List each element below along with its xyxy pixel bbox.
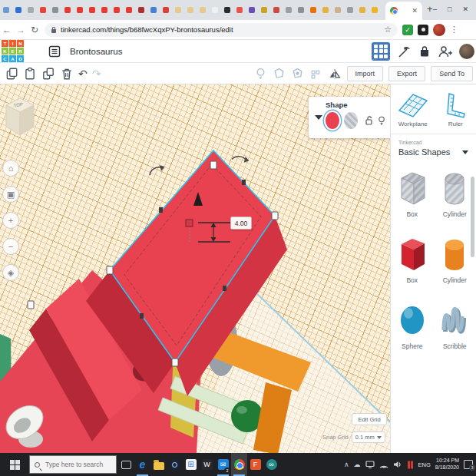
forward-button[interactable]: → [14, 25, 28, 35]
chrome-app-button[interactable] [231, 453, 247, 476]
bookmark-star-icon[interactable]: ☆ [384, 25, 392, 35]
dimension-value-field[interactable]: 4.00 [230, 217, 252, 230]
search-input[interactable] [44, 460, 113, 469]
user-avatar[interactable] [459, 44, 474, 59]
design-properties-icon[interactable] [48, 45, 61, 58]
zoom-out-button[interactable]: − [2, 238, 19, 255]
paste-icon[interactable] [23, 67, 37, 81]
ungroup-icon[interactable] [291, 67, 304, 80]
tab-favicon[interactable] [40, 7, 46, 13]
start-button[interactable] [0, 453, 29, 476]
align-icon[interactable] [309, 67, 322, 80]
minimize-button[interactable]: – [433, 6, 437, 13]
mail-app-button[interactable]: ✉ 2 [215, 453, 231, 476]
workplane-tool[interactable]: Workplane [396, 91, 430, 127]
tab-favicon[interactable] [101, 7, 107, 13]
speaker-icon[interactable] [393, 461, 402, 468]
design-title[interactable]: Brontosaurus [70, 47, 122, 56]
browser-profile-avatar[interactable] [433, 24, 445, 36]
show-all-bulb-icon[interactable] [254, 67, 267, 80]
display-icon[interactable] [365, 461, 375, 468]
close-button[interactable]: ✕ [462, 6, 468, 13]
tab-favicon[interactable] [163, 7, 169, 13]
tab-favicon[interactable] [212, 7, 218, 13]
back-button[interactable]: ← [0, 25, 14, 35]
shape-item-orange-cylinder[interactable]: Cylinder [434, 235, 476, 284]
tray-expand-icon[interactable]: ∧ [344, 461, 349, 468]
shape-item-hole-cylinder[interactable]: Cylinder [434, 169, 476, 218]
extension-dark-icon[interactable] [418, 25, 428, 35]
tab-favicon[interactable] [15, 7, 21, 13]
taskbar-search[interactable] [29, 455, 117, 474]
shape-item-scribble[interactable]: Scribble [434, 301, 476, 350]
tab-favicon[interactable] [286, 7, 292, 13]
rotate-handle-icon[interactable] [232, 154, 250, 164]
tab-favicon[interactable] [236, 7, 243, 13]
tab-favicon[interactable] [126, 7, 132, 13]
tab-favicon[interactable] [114, 7, 120, 13]
action-center-icon[interactable]: 3 [464, 460, 473, 469]
undo-icon[interactable]: ↶ [78, 68, 88, 79]
send-to-button[interactable]: Send To [431, 66, 473, 81]
tab-favicon[interactable] [52, 7, 58, 13]
category-dropdown[interactable]: Basic Shapes [398, 147, 468, 157]
refresh-button[interactable]: ↻ [28, 25, 41, 35]
tab-favicon[interactable] [298, 7, 304, 13]
rotate-handle-icon[interactable] [147, 164, 165, 175]
taskbar-clock[interactable]: 10:24 PM 8/18/2020 [435, 458, 459, 471]
tab-favicon[interactable] [200, 7, 206, 13]
collapse-caret-icon[interactable] [315, 115, 322, 120]
shape-item-red-box[interactable]: Box [391, 235, 434, 284]
home-view-button[interactable]: ⌂ [2, 160, 19, 177]
tab-favicon[interactable] [138, 7, 144, 13]
address-bar[interactable]: tinkercad.com/things/b68fwcXqxPY-brontos… [45, 23, 398, 37]
tab-favicon[interactable] [249, 7, 255, 13]
unlock-icon[interactable] [365, 116, 373, 125]
infinity-app-button[interactable]: ∞ [263, 453, 279, 476]
hide-bulb-icon[interactable] [378, 116, 385, 126]
tab-favicon[interactable] [150, 7, 157, 13]
scrollbar[interactable] [471, 177, 474, 257]
tinkercad-logo[interactable]: T I N K E R C A D [2, 40, 24, 62]
tab-favicon[interactable] [187, 7, 193, 13]
language-indicator[interactable]: ENG [418, 461, 431, 468]
solid-color-swatch[interactable] [326, 112, 339, 129]
steam-app-button[interactable] [167, 453, 183, 476]
store-app-button[interactable]: ⊞ [183, 453, 199, 476]
redo-icon[interactable]: ↷ [92, 68, 101, 79]
edge-app-button[interactable]: e [134, 453, 150, 476]
tab-favicon[interactable] [3, 7, 9, 13]
tab-favicon[interactable] [28, 7, 34, 13]
dashboard-grid-button[interactable] [372, 42, 390, 61]
tab-favicon[interactable] [64, 7, 71, 13]
edit-grid-button[interactable]: Edit Grid [352, 413, 387, 425]
tab-favicon[interactable] [77, 7, 83, 13]
export-button[interactable]: Export [388, 66, 425, 81]
tab-favicon[interactable] [347, 7, 353, 13]
tab-favicon[interactable] [359, 7, 365, 13]
task-view-button[interactable] [118, 453, 134, 476]
tab-favicon[interactable] [310, 7, 316, 13]
shape-item-hole-box[interactable]: Box [391, 169, 434, 218]
tab-favicon[interactable] [175, 7, 181, 13]
tab-close-icon[interactable]: ✕ [412, 8, 418, 15]
import-button[interactable]: Import [347, 66, 384, 81]
onedrive-cloud-icon[interactable]: ☁ [354, 461, 361, 468]
tab-favicon[interactable] [89, 7, 95, 13]
tab-favicon[interactable] [372, 7, 378, 13]
shape-item-sphere[interactable]: Sphere [391, 301, 434, 350]
perspective-toggle-button[interactable]: ◈ [2, 264, 19, 281]
mirror-icon[interactable] [328, 67, 342, 80]
shop-bag-icon[interactable] [418, 45, 431, 58]
maximize-button[interactable]: □ [448, 6, 451, 13]
tab-favicon[interactable] [261, 7, 267, 13]
snap-grid-dropdown[interactable]: 0.1 mm [352, 431, 385, 443]
tab-favicon[interactable] [273, 7, 279, 13]
active-tab[interactable]: ✕ [385, 2, 422, 20]
tab-favicon[interactable] [322, 7, 329, 13]
fit-view-button[interactable]: ▣ [2, 186, 19, 203]
duplicate-icon[interactable] [41, 67, 55, 81]
delete-icon[interactable] [60, 67, 74, 81]
new-tab-button[interactable]: + [427, 3, 433, 15]
tab-favicon[interactable] [224, 7, 230, 13]
